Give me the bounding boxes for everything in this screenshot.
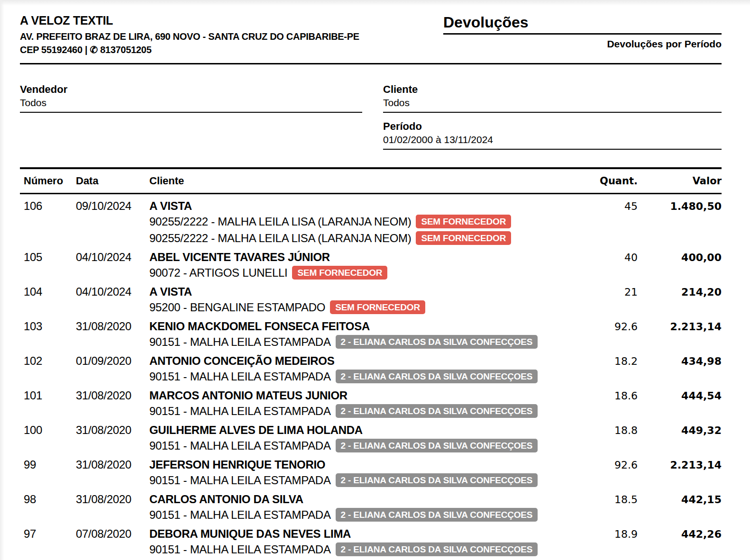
report-page: A VELOZ TEXTIL AV. PREFEITO BRAZ DE LIRA… [0, 0, 750, 560]
table-row: 98 31/08/2020 CARLOS ANTONIO DA SILVA 90… [20, 493, 722, 522]
row-numero: 101 [20, 389, 76, 402]
row-cliente: MARCOS ANTONIO MATEUS JUNIOR 90151 - MAL… [149, 389, 557, 418]
row-numero: 104 [20, 286, 76, 298]
product-description: 90255/2222 - MALHA LEILA LISA (LARANJA N… [149, 215, 411, 228]
row-valor: 214,20 [638, 286, 722, 298]
row-cliente: KENIO MACKDOMEL FONSECA FEITOSA 90151 - … [149, 320, 557, 349]
header-divider [20, 63, 722, 64]
row-data: 04/10/2024 [76, 251, 149, 263]
company-address: AV. PREFEITO BRAZ DE LIRA, 690 NOVO - SA… [20, 30, 423, 43]
row-data: 31/08/2020 [76, 493, 149, 506]
product-description: 90151 - MALHA LEILA ESTAMPADA [149, 370, 331, 383]
filter-cliente: Cliente Todos [383, 83, 722, 113]
table-row: 106 09/10/2024 A VISTA 90255/2222 - MALH… [20, 200, 722, 245]
supplier-badge: 2 - ELIANA CARLOS DA SILVA CONFECÇOES [336, 542, 538, 556]
row-products: 95200 - BENGALINE ESTAMPADOSEM FORNECEDO… [149, 300, 557, 315]
company-phone: 8137051205 [100, 45, 151, 55]
row-data: 31/08/2020 [76, 389, 149, 402]
product-line: 90255/2222 - MALHA LEILA LISA (LARANJA N… [149, 231, 557, 245]
row-quant: 92.6 [557, 320, 638, 333]
row-data: 31/08/2020 [76, 424, 149, 436]
product-line: 95200 - BENGALINE ESTAMPADOSEM FORNECEDO… [149, 300, 557, 315]
no-supplier-badge: SEM FORNECEDOR [416, 215, 511, 228]
product-description: 90151 - MALHA LEILA ESTAMPADA [149, 543, 331, 556]
product-description: 95200 - BENGALINE ESTAMPADO [149, 301, 325, 314]
filter-right-column: Cliente Todos Período 01/02/2000 à 13/11… [383, 83, 722, 150]
supplier-badge: 2 - ELIANA CARLOS DA SILVA CONFECÇOES [336, 473, 538, 487]
product-line: 90151 - MALHA LEILA ESTAMPADA2 - ELIANA … [149, 542, 557, 557]
row-products: 90151 - MALHA LEILA ESTAMPADA2 - ELIANA … [149, 473, 557, 488]
company-name: A VELOZ TEXTIL [20, 13, 423, 27]
row-valor: 442,15 [638, 493, 722, 506]
filters-section: Vendedor Todos Cliente Todos Período 01/… [20, 83, 722, 150]
table-row: 104 04/10/2024 A VISTA 95200 - BENGALINE… [20, 286, 722, 315]
product-description: 90151 - MALHA LEILA ESTAMPADA [149, 474, 331, 487]
row-numero: 99 [20, 459, 76, 471]
supplier-badge: 2 - ELIANA CARLOS DA SILVA CONFECÇOES [336, 335, 538, 349]
supplier-badge: 2 - ELIANA CARLOS DA SILVA CONFECÇOES [336, 439, 538, 452]
row-products: 90255/2222 - MALHA LEILA LISA (LARANJA N… [149, 214, 557, 245]
row-cliente: ANTONIO CONCEIÇÃO MEDEIROS 90151 - MALHA… [149, 355, 557, 384]
product-description: 90151 - MALHA LEILA ESTAMPADA [149, 335, 331, 349]
row-cliente: ABEL VICENTE TAVARES JÚNIOR 90072 - ARTI… [149, 251, 557, 280]
row-numero: 106 [20, 200, 76, 212]
vendedor-value: Todos [20, 96, 362, 113]
row-cliente-nome: CARLOS ANTONIO DA SILVA [149, 493, 557, 506]
row-products: 90151 - MALHA LEILA ESTAMPADA2 - ELIANA … [149, 507, 557, 522]
page-top-edge-shadow [0, 0, 750, 6]
company-cep: CEP 55192460 | [20, 45, 87, 55]
page-left-edge-shadow [0, 0, 4, 560]
header-quant: Quant. [557, 175, 638, 187]
page-subtitle: Devoluções por Período [443, 35, 722, 50]
table-row: 103 31/08/2020 KENIO MACKDOMEL FONSECA F… [20, 320, 722, 349]
table-row: 102 01/09/2020 ANTONIO CONCEIÇÃO MEDEIRO… [20, 355, 722, 384]
product-description: 90151 - MALHA LEILA ESTAMPADA [149, 508, 331, 522]
page-title: Devoluções [443, 13, 722, 35]
row-data: 07/08/2020 [76, 528, 149, 540]
company-cep-phone: CEP 55192460 | ✆ 8137051205 [20, 43, 423, 56]
product-line: 90151 - MALHA LEILA ESTAMPADA2 - ELIANA … [149, 507, 557, 522]
row-cliente: GUILHERME ALVES DE LIMA HOLANDA 90151 - … [149, 424, 557, 453]
row-cliente-nome: ANTONIO CONCEIÇÃO MEDEIROS [149, 355, 557, 367]
row-quant: 18.9 [557, 528, 638, 541]
row-cliente: A VISTA 95200 - BENGALINE ESTAMPADOSEM F… [149, 286, 557, 315]
table-row: 97 07/08/2020 DEBORA MUNIQUE DAS NEVES L… [20, 528, 722, 557]
row-valor: 2.213,14 [638, 320, 722, 333]
product-line: 90151 - MALHA LEILA ESTAMPADA2 - ELIANA … [149, 334, 557, 349]
product-line: 90151 - MALHA LEILA ESTAMPADA2 - ELIANA … [149, 473, 557, 488]
row-cliente: DEBORA MUNIQUE DAS NEVES LIMA 90151 - MA… [149, 528, 557, 557]
row-quant: 18.2 [557, 355, 638, 368]
row-quant: 18.5 [557, 493, 638, 506]
row-cliente-nome: GUILHERME ALVES DE LIMA HOLANDA [149, 424, 557, 436]
row-data: 31/08/2020 [76, 320, 149, 333]
header-numero: Número [20, 175, 76, 187]
company-block: A VELOZ TEXTIL AV. PREFEITO BRAZ DE LIRA… [20, 13, 423, 56]
product-line: 90072 - ARTIGOS LUNELLISEM FORNECEDOR [149, 265, 557, 280]
product-line: 90151 - MALHA LEILA ESTAMPADA2 - ELIANA … [149, 438, 557, 453]
product-description: 90255/2222 - MALHA LEILA LISA (LARANJA N… [149, 232, 411, 245]
supplier-badge: 2 - ELIANA CARLOS DA SILVA CONFECÇOES [336, 404, 538, 418]
table-body: 106 09/10/2024 A VISTA 90255/2222 - MALH… [20, 200, 722, 560]
product-description: 90151 - MALHA LEILA ESTAMPADA [149, 439, 331, 452]
table-header-row: Número Data Cliente Quant. Valor [20, 169, 722, 194]
product-line: 90255/2222 - MALHA LEILA LISA (LARANJA N… [149, 214, 557, 229]
row-cliente-nome: MARCOS ANTONIO MATEUS JUNIOR [149, 389, 557, 402]
row-valor: 434,98 [638, 355, 722, 368]
report-header: A VELOZ TEXTIL AV. PREFEITO BRAZ DE LIRA… [20, 13, 722, 56]
row-numero: 102 [20, 355, 76, 367]
row-data: 31/08/2020 [76, 459, 149, 471]
row-products: 90151 - MALHA LEILA ESTAMPADA2 - ELIANA … [149, 542, 557, 557]
returns-table: Número Data Cliente Quant. Valor 106 09/… [20, 167, 722, 560]
row-cliente: A VISTA 90255/2222 - MALHA LEILA LISA (L… [149, 200, 557, 245]
row-numero: 100 [20, 424, 76, 436]
row-quant: 18.6 [557, 389, 638, 402]
row-cliente: JEFERSON HENRIQUE TENORIO 90151 - MALHA … [149, 459, 557, 488]
row-valor: 1.480,50 [638, 200, 722, 213]
filter-periodo: Período 01/02/2000 à 13/11/2024 [383, 120, 722, 150]
cliente-label: Cliente [383, 83, 722, 96]
product-line: 90151 - MALHA LEILA ESTAMPADA2 - ELIANA … [149, 404, 557, 418]
title-block: Devoluções Devoluções por Período [443, 13, 722, 50]
row-products: 90151 - MALHA LEILA ESTAMPADA2 - ELIANA … [149, 334, 557, 349]
supplier-badge: 2 - ELIANA CARLOS DA SILVA CONFECÇOES [336, 508, 538, 522]
row-cliente-nome: A VISTA [149, 286, 557, 298]
